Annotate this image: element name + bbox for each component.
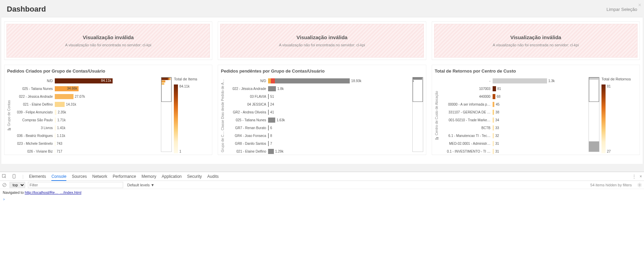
dashboard-header: Dashboard Limpar Seleção <box>0 0 644 17</box>
bar-row[interactable]: 021 - Elaine Delfino1.29k <box>225 148 411 155</box>
bar-area[interactable]: N/D84.11k025 - Tatiana Nunes34.66k022 - … <box>11 77 160 155</box>
mini-map[interactable] <box>589 77 599 152</box>
bar-row[interactable]: 0.1 - INVESTIMENTO - TI …31 <box>439 148 587 155</box>
devtools-tab-memory[interactable]: Memory <box>142 173 156 180</box>
bar-row[interactable]: N/D84.11k <box>11 77 160 85</box>
chart-title: Pedidos Criados por Grupo de Contas/Usuá… <box>7 68 209 74</box>
devtools-tab-security[interactable]: Security <box>187 173 202 180</box>
console-log: Navigated to http://localhost/Re… …/inde… <box>0 189 644 196</box>
bar-row[interactable]: 022 - Jéssica Andrade27.07k <box>11 93 160 100</box>
gear-icon[interactable] <box>637 183 642 187</box>
devtools-menu-icon[interactable]: ⋮ <box>632 174 636 179</box>
bar-row[interactable]: 039 - Felipe Annunciato2.35k <box>11 108 160 116</box>
bar-row[interactable]: 025 - Tatiana Nunes1.63k <box>225 116 411 124</box>
bar-row[interactable]: GR7 - Renan Burato6 <box>225 124 411 132</box>
chart-pedidos-pendentes[interactable]: Pedidos pendêntes por Grupo de Contas/Us… <box>218 65 426 155</box>
bar-row[interactable]: 025 - Tatiana Nunes34.66k <box>11 85 160 93</box>
chart-retornos-centro-custo[interactable]: Total de Retornos por Centro de Custo Ce… <box>432 65 640 155</box>
context-select[interactable]: top <box>10 182 25 188</box>
bar-row[interactable]: 10700381 <box>439 85 587 93</box>
bar-row[interactable]: GR8 - Danilo Santos7 <box>225 140 411 148</box>
kpi-row: Visualização inválida A visualização não… <box>4 21 640 60</box>
svg-rect-0 <box>7 129 11 130</box>
invalid-title: Visualização inválida <box>438 34 634 40</box>
devtools-close-icon[interactable]: × <box>640 174 642 179</box>
svg-point-8 <box>639 184 640 185</box>
bar-row[interactable]: BCTB33 <box>439 124 587 132</box>
mini-map[interactable] <box>161 77 172 152</box>
invalid-viz-card: Visualização inválida A visualização não… <box>218 21 426 60</box>
devtools-tab-performance[interactable]: Performance <box>113 173 136 180</box>
svg-rect-2 <box>435 139 439 139</box>
bar-area[interactable]: -1.3k107003814400006800000 - A ser infor… <box>439 77 587 155</box>
bar-row[interactable]: 3 Livros1.41k <box>11 124 160 132</box>
invalid-viz-card: Visualização inválida A visualização não… <box>4 21 212 60</box>
console-link[interactable]: http://localhost/Re… …/index.html <box>25 190 81 195</box>
invalid-title: Visualização inválida <box>10 34 206 40</box>
invalid-title: Visualização inválida <box>224 34 420 40</box>
bar-row[interactable]: 03 FLAVIA51 <box>225 93 411 100</box>
bar-row[interactable]: 022 - Jéssica Andrade1.8k <box>225 85 411 93</box>
invalid-message: A visualização não foi encontrada no ser… <box>10 43 206 47</box>
charts-row: Pedidos Criados por Grupo de Contas/Usuá… <box>4 65 640 155</box>
y-axis-label: Grupo de Contas <box>7 77 11 155</box>
bar-row[interactable]: 6.1 - Manutencao TI - Tec…32 <box>439 132 587 140</box>
bar-row[interactable]: GR2 - Andrea Oliveira41 <box>225 108 411 116</box>
devtools-panel[interactable]: | ElementsConsoleSourcesNetworkPerforman… <box>0 172 644 279</box>
bar-area[interactable]: N/D18.93k022 - Jéssica Andrade1.8k03 FLA… <box>225 77 411 155</box>
svg-rect-1 <box>9 128 11 129</box>
devtools-tab-network[interactable]: Network <box>92 173 107 180</box>
device-icon[interactable] <box>12 174 17 179</box>
clear-selection-link[interactable]: Limpar Seleção <box>607 7 637 12</box>
bar-row[interactable]: 036 - Beatriz Rodrigues1.11k <box>11 132 160 140</box>
bar-row[interactable]: 44000068 <box>439 93 587 100</box>
console-toolbar: top Default levels ▼ 54 items hidden by … <box>0 181 644 189</box>
chart-pedidos-criados[interactable]: Pedidos Criados por Grupo de Contas/Usuá… <box>4 65 212 155</box>
filter-input[interactable] <box>28 182 123 188</box>
color-legend: Total de Retornos 81 27 <box>599 77 637 155</box>
inspect-icon[interactable] <box>2 174 7 179</box>
chart-title: Total de Retornos por Centro de Custo <box>435 68 637 74</box>
bar-row[interactable]: 00000 - A ser informada p…45 <box>439 100 587 108</box>
chart-title: Pedidos pendêntes por Grupo de Contas/Us… <box>221 68 423 74</box>
bar-row[interactable]: 026 - Viviane Biz717 <box>11 148 160 155</box>
mini-map[interactable] <box>412 77 423 152</box>
hidden-count: 54 items hidden by filters <box>590 183 632 187</box>
invalid-viz-card: Visualização inválida A visualização não… <box>432 21 640 60</box>
close-icon[interactable]: × <box>638 2 641 8</box>
invalid-message: A visualização não foi encontrada no ser… <box>224 43 420 47</box>
dashboard-body: Visualização inválida A visualização não… <box>1 17 643 164</box>
y-axis-label: Grupo de C… Classe Dias desde Pedido de … <box>221 77 225 155</box>
color-legend: Total de Items 84.11k 1 <box>172 77 209 155</box>
bar-row[interactable]: 04 JESSICA24 <box>225 100 411 108</box>
clear-console-icon[interactable] <box>2 183 7 187</box>
bar-row[interactable]: 023 - Michele Sentinelo743 <box>11 140 160 148</box>
y-axis-label: Centro de Custo de Alocação <box>435 77 439 155</box>
bar-row[interactable]: -1.3k <box>439 77 587 85</box>
devtools-tab-sources[interactable]: Sources <box>72 173 87 180</box>
svg-rect-5 <box>13 174 15 178</box>
devtools-tab-application[interactable]: Application <box>162 173 182 180</box>
bar-row[interactable]: N/D18.93k <box>225 77 411 85</box>
bar-row[interactable]: Compras São Paulo1.71k <box>11 116 160 124</box>
bar-row[interactable]: GR4 - Joao Fonseca8 <box>225 132 411 140</box>
devtools-tabs: | ElementsConsoleSourcesNetworkPerforman… <box>0 172 644 181</box>
devtools-tab-elements[interactable]: Elements <box>29 173 46 180</box>
svg-line-7 <box>3 184 6 186</box>
devtools-tab-audits[interactable]: Audits <box>207 173 218 180</box>
page-title: Dashboard <box>7 5 46 14</box>
invalid-message: A visualização não foi encontrada no ser… <box>438 43 634 47</box>
log-levels[interactable]: Default levels ▼ <box>127 183 154 187</box>
bar-row[interactable]: MED-02.0001 - Administr…31 <box>439 140 587 148</box>
bar-row[interactable]: 001-50210 - Trade Marke…34 <box>439 116 587 124</box>
console-prompt[interactable]: › <box>0 196 644 202</box>
bar-row[interactable]: 331107 - GERENCIA DE …38 <box>439 108 587 116</box>
devtools-tab-console[interactable]: Console <box>51 173 66 181</box>
bar-row[interactable]: 021 - Elaine Delfino14.31k <box>11 100 160 108</box>
svg-rect-3 <box>436 137 439 138</box>
